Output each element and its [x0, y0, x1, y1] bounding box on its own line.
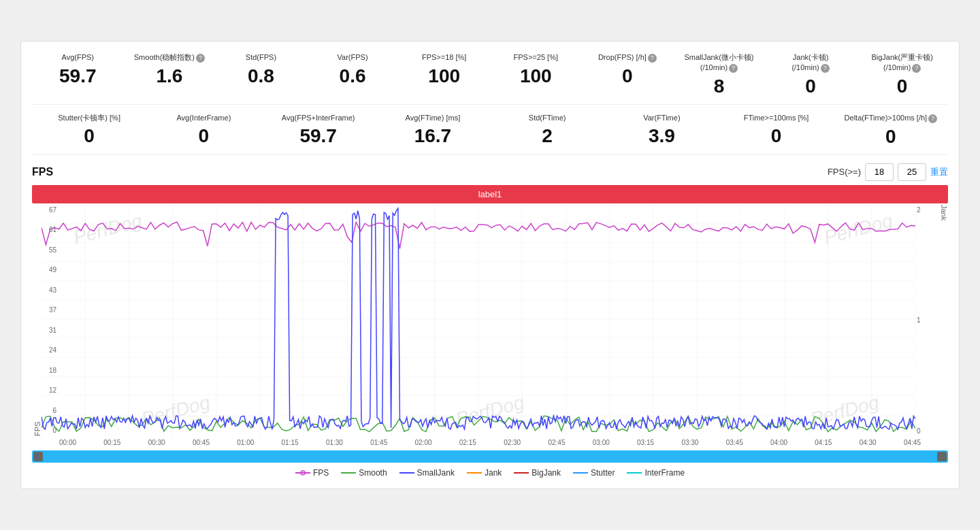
- legend-big-jank-icon: [514, 469, 529, 476]
- legend-jank[interactable]: Jank: [467, 468, 502, 478]
- small-jank-help-icon[interactable]: ?: [729, 64, 738, 73]
- metric-var-ftime: Var(FTime) 3.9: [604, 113, 719, 146]
- reset-button[interactable]: 重置: [930, 166, 948, 178]
- metric-value-avg-ftime: 16.7: [414, 127, 452, 146]
- metric-label-fps25: FPS>=25 [%]: [514, 52, 558, 62]
- metric-avg-interframe: Avg(InterFrame) 0: [146, 113, 261, 146]
- legend-fps-icon: [295, 469, 310, 476]
- smooth-help-icon[interactable]: ?: [196, 54, 205, 63]
- metric-value-stutter: 0: [84, 127, 95, 146]
- metric-jank: Jank(卡顿)(/10min)? 0: [765, 52, 857, 95]
- metric-value-jank: 0: [805, 77, 816, 96]
- metric-ftime100: FTime>=100ms [%] 0: [719, 113, 834, 146]
- metric-value-smooth: 1.6: [156, 67, 182, 86]
- metrics-row-2: Stutter(卡顿率) [%] 0 Avg(InterFrame) 0 Avg…: [32, 113, 948, 155]
- metric-stutter: Stutter(卡顿率) [%] 0: [32, 113, 146, 146]
- metric-label-smooth: Smooth(稳帧指数)?: [134, 52, 205, 63]
- fps-controls: FPS(>=) 重置: [828, 163, 948, 181]
- legend-smooth-label: Smooth: [359, 468, 387, 478]
- chart-with-axes: FPS 67 61 55 49 43 37 31 24 18 12 6 0: [32, 205, 948, 436]
- x-axis: 00:00 00:15 00:30 00:45 01:00 01:15 01:3…: [32, 436, 948, 446]
- time-slider[interactable]: [32, 450, 948, 463]
- drop-fps-help-icon[interactable]: ?: [648, 54, 657, 63]
- metric-value-fps18: 100: [428, 67, 460, 86]
- metric-big-jank: BigJank(严重卡顿)(/10min)? 0: [856, 52, 948, 95]
- metric-fps25: FPS>=25 [%] 100: [490, 52, 582, 85]
- metric-label-jank: Jank(卡顿)(/10min)?: [791, 52, 829, 72]
- legend-interframe[interactable]: InterFrame: [627, 468, 685, 478]
- metric-label-drop-fps: Drop(FPS) [/h]?: [598, 52, 657, 63]
- metric-label-small-jank: SmallJank(微小卡顿)(/10min)?: [684, 52, 753, 72]
- metric-value-ftime100: 0: [771, 127, 782, 146]
- metric-label-avg-interframe: Avg(InterFrame): [176, 113, 231, 122]
- metric-avg-fps: Avg(FPS) 59.7: [32, 52, 124, 85]
- slider-handle-left[interactable]: [33, 452, 43, 461]
- legend-stutter[interactable]: Stutter: [573, 468, 615, 478]
- jank-help-icon[interactable]: ?: [821, 64, 830, 73]
- label-bar: label1: [32, 185, 948, 203]
- legend-smooth[interactable]: Smooth: [341, 468, 387, 478]
- fps-input-18[interactable]: [865, 163, 894, 181]
- metric-value-fps25: 100: [520, 67, 552, 86]
- metric-label-avg-ftime: Avg(FTime) [ms]: [406, 113, 461, 122]
- metric-delta-ftime: Delta(FTime)>100ms [/h]? 0: [834, 113, 948, 146]
- metric-std-fps: Std(FPS) 0.8: [215, 52, 307, 85]
- metric-std-ftime: Std(FTime) 2: [490, 113, 604, 146]
- metric-fps18: FPS>=18 [%] 100: [398, 52, 490, 85]
- main-container: Avg(FPS) 59.7 Smooth(稳帧指数)? 1.6 Std(FPS)…: [20, 41, 960, 488]
- metric-value-drop-fps: 0: [622, 67, 633, 86]
- legend-row: FPS Smooth SmallJank Jank: [32, 468, 948, 478]
- big-jank-help-icon[interactable]: ?: [912, 64, 921, 73]
- metric-value-avg-interframe: 0: [199, 127, 210, 146]
- metric-avg-fps-interframe: Avg(FPS+InterFrame) 59.7: [261, 113, 376, 146]
- metric-value-std-fps: 0.8: [248, 67, 274, 86]
- metric-value-avg-fps-interframe: 59.7: [299, 127, 337, 146]
- metric-label-avg-fps: Avg(FPS): [62, 52, 94, 62]
- metric-value-delta-ftime: 0: [885, 127, 896, 146]
- legend-small-jank[interactable]: SmallJank: [399, 468, 455, 478]
- legend-interframe-label: InterFrame: [644, 468, 685, 478]
- metric-value-big-jank: 0: [897, 77, 908, 96]
- slider-handle-right[interactable]: [937, 452, 947, 461]
- y-axis-left: 67 61 55 49 43 37 31 24 18 12 6 0: [32, 205, 59, 436]
- metric-label-var-fps: Var(FPS): [338, 52, 368, 62]
- metric-small-jank: SmallJank(微小卡顿)(/10min)? 8: [673, 52, 765, 95]
- legend-jank-icon: [467, 469, 482, 476]
- metric-var-fps: Var(FPS) 0.6: [307, 52, 399, 85]
- chart-svg: [42, 205, 915, 436]
- legend-big-jank[interactable]: BigJank: [514, 468, 561, 478]
- metric-value-var-fps: 0.6: [340, 67, 366, 86]
- y-axis-right: 2 1 0: [915, 205, 940, 436]
- legend-stutter-label: Stutter: [591, 468, 615, 478]
- metric-drop-fps: Drop(FPS) [/h]? 0: [582, 52, 674, 86]
- legend-jank-label: Jank: [485, 468, 502, 478]
- legend-stutter-icon: [573, 469, 588, 476]
- metric-label-std-fps: Std(FPS): [246, 52, 276, 62]
- legend-small-jank-label: SmallJank: [417, 468, 455, 478]
- legend-smooth-icon: [341, 469, 356, 476]
- legend-interframe-icon: [627, 469, 642, 476]
- y-axis-right-label: Jank: [940, 205, 948, 436]
- metrics-row-1: Avg(FPS) 59.7 Smooth(稳帧指数)? 1.6 Std(FPS)…: [32, 52, 948, 104]
- legend-big-jank-label: BigJank: [532, 468, 561, 478]
- metric-smooth: Smooth(稳帧指数)? 1.6: [124, 52, 216, 86]
- metric-label-stutter: Stutter(卡顿率) [%]: [58, 113, 120, 122]
- metric-value-avg-fps: 59.7: [59, 67, 97, 86]
- fps-input-25[interactable]: [898, 163, 926, 181]
- legend-fps[interactable]: FPS: [295, 468, 329, 478]
- delta-ftime-help-icon[interactable]: ?: [928, 114, 937, 123]
- metric-label-var-ftime: Var(FTime): [643, 113, 680, 122]
- fps-section: FPS FPS(>=) 重置 label1 PerfDog PerfDog Pe…: [32, 163, 948, 478]
- metric-value-std-ftime: 2: [542, 127, 553, 146]
- fps-header: FPS FPS(>=) 重置: [32, 163, 948, 181]
- metric-label-delta-ftime: Delta(FTime)>100ms [/h]?: [845, 113, 938, 123]
- legend-small-jank-icon: [399, 469, 414, 476]
- metric-avg-ftime: Avg(FTime) [ms] 16.7: [376, 113, 490, 146]
- metric-label-big-jank: BigJank(严重卡顿)(/10min)?: [871, 52, 932, 72]
- metric-label-avg-fps-interframe: Avg(FPS+InterFrame): [282, 113, 355, 122]
- metric-label-std-ftime: Std(FTime): [529, 113, 566, 122]
- metric-value-var-ftime: 3.9: [649, 127, 675, 146]
- fps-title: FPS: [32, 166, 53, 178]
- metric-value-small-jank: 8: [714, 77, 725, 96]
- metric-label-fps18: FPS>=18 [%]: [422, 52, 466, 62]
